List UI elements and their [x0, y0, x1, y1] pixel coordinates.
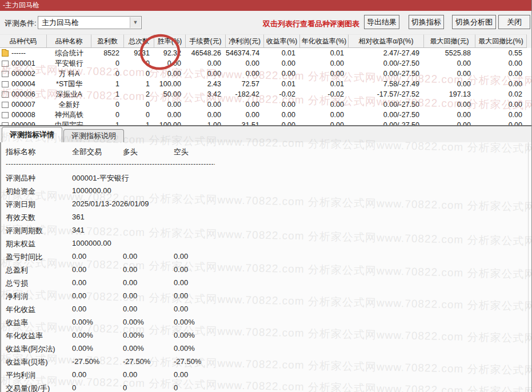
detail-row: 评测日期 2025/01/13-2026/01/09 — [1, 197, 532, 210]
detail-value-all: 1000000.00 — [72, 239, 111, 247]
net-profit-cell: 72.57 — [226, 80, 264, 88]
detail-value-all: 2025/01/13-2026/01/09 — [72, 199, 149, 208]
symbol-code: 000004 — [11, 80, 35, 88]
column-header[interactable]: 品种名称 — [47, 34, 91, 48]
win-count-cell: 8522 — [91, 49, 124, 57]
row-type-icon — [2, 71, 9, 77]
symbol-code: 000009 — [11, 121, 35, 125]
table-row[interactable]: 000001 平安银行 0 0 0.00 0.00 0.00 0.00 0.00… — [0, 58, 532, 69]
commission-cell: 2.43 — [186, 80, 226, 88]
net-profit-cell: 0.00 — [226, 101, 264, 109]
max-drawdown-cell: 0.00 — [424, 121, 475, 125]
total-count-cell: 1 — [124, 121, 154, 125]
symbol-name-cell: 中国宝安 — [47, 121, 91, 126]
column-header[interactable]: 最大回撤比(%) — [475, 34, 527, 48]
detail-row: 年化收益率 0.00% 0.00% 0.00% — [1, 329, 532, 342]
column-header[interactable]: 收益率(%) — [264, 34, 300, 48]
max-drawdown-ratio-cell: 0.00 — [475, 121, 527, 125]
detail-label: 收益率(阿尔法) — [6, 344, 55, 354]
max-drawdown-ratio-cell: 0.00 — [475, 101, 527, 109]
detail-row: 平均利润 0.00 0.00 0.00 — [1, 368, 532, 381]
detail-value-all: 0 — [72, 383, 76, 392]
table-row[interactable]: 000007 全新好 0 0 0.00 0.00 0.00 0.00 0.00 … — [0, 99, 532, 110]
title-bar[interactable]: -主力回马枪 — [0, 0, 531, 11]
win-rate-cell: 0.00 — [154, 111, 186, 119]
tab-indicator-details[interactable]: 评测指标详情 — [2, 127, 62, 142]
win-rate-cell: 0.00 — [154, 101, 186, 109]
column-header[interactable]: 总次数 — [124, 34, 154, 48]
row-type-icon — [2, 102, 9, 108]
detail-row: 盈亏时间比 0.00 0.00 0.00 — [1, 250, 532, 263]
switch-analysis-chart-button[interactable]: 切换分析图 — [452, 15, 496, 29]
net-profit-cell: 0.00 — [226, 70, 264, 78]
column-header[interactable]: 手续费(元) — [186, 34, 226, 48]
detail-label: 盈亏时间比 — [6, 252, 43, 262]
detail-row: 收益率 0.00% 0.00% 0.00% — [1, 315, 532, 329]
detail-value-short: 0.00 — [174, 252, 188, 261]
short-header: 空头 — [174, 147, 189, 157]
chevron-down-icon[interactable]: ▼ — [130, 17, 141, 28]
annual-return-cell: 0.00 — [300, 121, 349, 125]
column-header[interactable]: 净利润(元) — [226, 34, 264, 48]
column-header[interactable]: 相对收益率α/β(%) — [349, 34, 424, 48]
alpha-beta-cell: 7.58/-27.49 — [349, 80, 424, 88]
column-header[interactable]: 年化收益率(%) — [300, 34, 349, 48]
detail-value-short: 0.00 — [174, 370, 188, 379]
table-row[interactable]: ------ 综合统计 8522 9231 92.32 46548.26 546… — [0, 48, 532, 58]
commission-cell: 3.42 — [186, 90, 226, 98]
net-profit-cell: 546374.74 — [226, 49, 264, 57]
commission-cell: 1.00 — [186, 121, 226, 125]
total-count-cell: 9231 — [124, 49, 154, 57]
dashed-separator: ----------------------------------------… — [6, 160, 215, 168]
detail-value-all: 0.00 — [72, 305, 86, 313]
detail-value-short: 0.00 — [174, 305, 188, 313]
symbol-name-cell: *ST国华 — [47, 79, 91, 89]
detail-value-long: 0.00 — [123, 265, 137, 274]
column-header[interactable]: 品种代码 — [0, 34, 47, 48]
column-header[interactable]: 胜率(%) — [154, 34, 186, 48]
return-rate-cell: 0.01 — [264, 49, 300, 57]
switch-indicator-button[interactable]: 切换指标 — [409, 15, 444, 29]
table-row[interactable]: 000009 中国宝安 1 1 100.00 1.00 31.51 0.00 0… — [0, 120, 532, 125]
detail-value-all: 1000000.00 — [72, 186, 111, 195]
total-count-cell: 0 — [124, 101, 154, 109]
commission-cell: 0.00 — [186, 101, 226, 109]
tab-bar: 评测指标详情 评测指标说明 — [0, 126, 531, 142]
commission-cell: 0.00 — [186, 59, 226, 67]
detail-value-all: 341 — [72, 226, 85, 234]
detail-label: 净利润 — [6, 291, 28, 302]
detail-value-all: 0.00% — [72, 344, 93, 353]
total-count-cell: 0 — [124, 59, 154, 67]
win-count-cell: 0 — [91, 59, 124, 67]
window-title: -主力回马枪 — [3, 1, 39, 9]
close-button[interactable]: 关闭 — [498, 15, 530, 29]
column-header[interactable]: 盈利数 — [91, 34, 124, 48]
column-header[interactable]: 最大回撤(元) — [424, 34, 475, 48]
table-row[interactable]: 000006 深振业A 1 2 50.00 3.42 -182.42 -0.02… — [0, 89, 532, 99]
detail-label: 有效天数 — [6, 213, 35, 223]
tab-indicator-description[interactable]: 评测指标说明 — [63, 129, 124, 142]
detail-value-long: 0.00 — [123, 278, 137, 287]
annual-return-cell: 0.01 — [300, 80, 349, 88]
table-row[interactable]: 000002 万 科A 0 0 0.00 0.00 0.00 0.00 0.00… — [0, 69, 532, 79]
detail-row: 收益率(阿尔法) 0.00% 0.00% 0.00% — [1, 342, 532, 355]
max-drawdown-cell: 0.00 — [424, 59, 475, 67]
return-rate-cell: 0.00 — [264, 121, 300, 125]
row-type-icon — [2, 112, 9, 118]
table-row[interactable]: 000008 神州高铁 0 0 0.00 0.00 0.00 0.00 0.00… — [0, 110, 532, 120]
detail-value-long: 0.00 — [123, 291, 137, 300]
max-drawdown-ratio-cell: 0.55 — [475, 49, 527, 57]
symbol-name-cell: 万 科A — [47, 69, 91, 79]
win-rate-cell: 50.00 — [154, 90, 186, 98]
row-type-icon — [2, 61, 9, 67]
symbol-code-cell: 000002 — [0, 70, 47, 78]
detail-label: 评测周期数 — [6, 226, 43, 236]
export-results-button[interactable]: 导出结果 — [364, 15, 399, 29]
detail-row: 总盈利 0.00 0.00 0.00 — [1, 263, 532, 276]
total-count-cell: 2 — [124, 90, 154, 98]
symbol-code-cell: 000004 — [0, 80, 47, 88]
detail-value-all: 361 — [72, 213, 85, 221]
win-rate-cell: 0.00 — [154, 70, 186, 78]
table-row[interactable]: 000004 *ST国华 1 1 100.00 2.43 72.57 0.01 … — [0, 79, 532, 89]
condition-select[interactable]: 主力回马枪 ▼ — [38, 16, 142, 29]
